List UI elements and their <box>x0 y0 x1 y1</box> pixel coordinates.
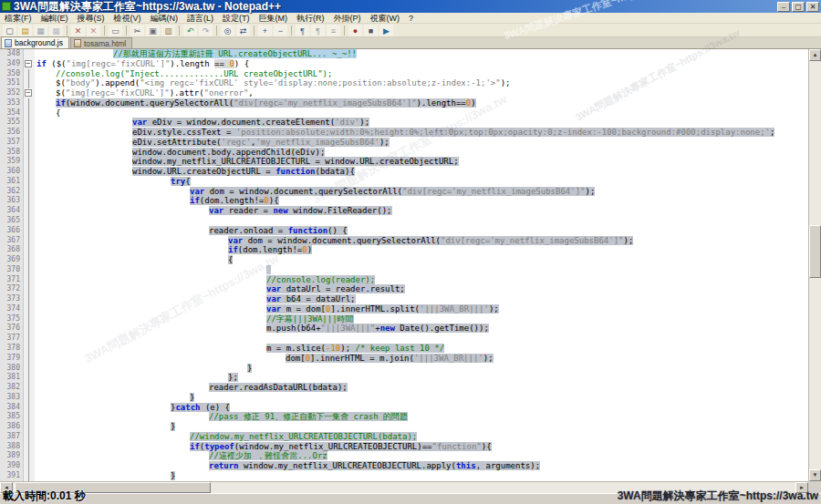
code-editor[interactable]: 348//那就用這個方法重新註冊 URL.createObjectURL... … <box>0 49 808 481</box>
zoom-in-button[interactable]: + <box>258 25 272 36</box>
fold-margin[interactable] <box>24 304 35 314</box>
fold-collapse-icon[interactable]: − <box>25 60 32 67</box>
fold-margin[interactable] <box>24 422 35 432</box>
menu-item[interactable]: 編碼(N) <box>146 13 183 24</box>
line-number[interactable]: 353 <box>0 98 24 108</box>
fold-margin[interactable] <box>24 432 35 442</box>
line-number[interactable]: 355 <box>0 118 24 128</box>
line-number[interactable]: 375 <box>0 314 24 324</box>
vertical-scroll-thumb[interactable] <box>809 225 821 278</box>
line-number[interactable]: 377 <box>0 334 24 344</box>
close-all-button[interactable]: ✕ <box>87 25 100 36</box>
fold-margin[interactable] <box>24 265 35 275</box>
save-button[interactable]: ▦ <box>34 25 47 36</box>
line-number[interactable]: 370 <box>0 265 24 275</box>
line-number[interactable]: 359 <box>0 157 24 167</box>
fold-margin[interactable] <box>24 69 35 79</box>
line-number[interactable]: 383 <box>0 393 24 403</box>
line-number[interactable]: 362 <box>0 187 24 197</box>
fold-margin[interactable] <box>24 196 35 206</box>
fold-margin[interactable] <box>24 128 35 138</box>
close-button[interactable]: ✕ <box>806 2 819 12</box>
line-number[interactable]: 389 <box>0 451 24 461</box>
cut-button[interactable]: ✂ <box>130 25 144 36</box>
fold-margin[interactable] <box>24 403 35 413</box>
undo-button[interactable]: ↶ <box>183 25 197 36</box>
fold-margin[interactable] <box>24 245 35 255</box>
fold-margin[interactable] <box>24 412 35 422</box>
line-number[interactable]: 385 <box>0 412 24 422</box>
fold-margin[interactable] <box>24 226 35 236</box>
fold-margin[interactable] <box>24 118 35 128</box>
line-number[interactable]: 373 <box>0 294 24 304</box>
fold-margin[interactable] <box>24 157 35 167</box>
minimize-button[interactable]: – <box>777 2 790 12</box>
line-number[interactable]: 349 <box>0 59 24 69</box>
menu-item[interactable]: 巨集(M) <box>255 13 293 24</box>
line-number[interactable]: 382 <box>0 383 24 393</box>
fold-margin[interactable] <box>24 334 35 344</box>
line-number[interactable]: 380 <box>0 364 24 374</box>
fold-margin[interactable] <box>24 167 35 177</box>
menu-item[interactable]: 執行(R) <box>292 13 329 24</box>
fold-margin[interactable] <box>24 284 35 294</box>
fold-margin[interactable] <box>24 294 35 304</box>
open-folder-button[interactable]: ▤ <box>18 25 32 36</box>
tab-background.js[interactable]: background.js <box>1 36 69 48</box>
line-number[interactable]: 386 <box>0 422 24 432</box>
vertical-scrollbar[interactable]: ▲ ▼ <box>808 49 821 481</box>
record-macro-button[interactable]: ● <box>348 25 362 36</box>
fold-margin[interactable] <box>24 364 35 374</box>
line-number[interactable]: 360 <box>0 167 24 177</box>
save-all-button[interactable]: ▦ <box>49 25 63 36</box>
fold-margin[interactable] <box>24 324 35 334</box>
horizontal-scrollbar[interactable]: ◄ ► <box>0 481 808 493</box>
line-number[interactable]: 374 <box>0 304 24 314</box>
line-number[interactable]: 388 <box>0 442 24 452</box>
fold-margin[interactable] <box>24 354 35 364</box>
fold-margin[interactable] <box>24 442 35 452</box>
menu-item[interactable]: 檢視(V) <box>109 13 146 24</box>
titlebar[interactable]: 3WA問題解決專家工作室~https://3wa.tw - Notepad++ … <box>0 0 821 13</box>
fold-margin[interactable] <box>24 187 35 197</box>
fold-margin[interactable] <box>24 236 35 246</box>
fold-margin[interactable] <box>24 148 35 158</box>
line-number[interactable]: 356 <box>0 128 24 138</box>
fold-margin[interactable] <box>24 216 35 226</box>
line-number[interactable]: 350 <box>0 69 24 79</box>
line-number[interactable]: 364 <box>0 206 24 216</box>
fold-margin[interactable] <box>24 78 35 88</box>
line-number[interactable]: 378 <box>0 344 24 354</box>
menu-item[interactable]: 外掛(P) <box>329 13 366 24</box>
scroll-down-button[interactable]: ▼ <box>809 469 821 481</box>
line-number[interactable]: 363 <box>0 196 24 206</box>
line-number[interactable]: 351 <box>0 78 24 88</box>
fold-margin[interactable] <box>24 373 35 383</box>
word-wrap-button[interactable]: ¶ <box>296 25 309 36</box>
fold-margin[interactable] <box>24 255 35 265</box>
line-number[interactable]: 348 <box>0 49 24 59</box>
close-button[interactable]: ✕ <box>71 25 85 36</box>
line-number[interactable]: 387 <box>0 432 24 442</box>
find-button[interactable]: ◎ <box>221 25 234 36</box>
menu-item[interactable]: ? <box>404 13 418 24</box>
horizontal-scroll-track[interactable] <box>13 482 795 493</box>
fold-margin[interactable] <box>24 177 35 187</box>
print-button[interactable]: ▭ <box>109 25 122 36</box>
tab-tosama.html[interactable]: tosama.html <box>70 37 132 48</box>
line-number[interactable]: 357 <box>0 138 24 148</box>
fold-margin[interactable] <box>24 108 35 118</box>
fold-margin[interactable] <box>24 138 35 148</box>
scroll-up-button[interactable]: ▲ <box>809 49 821 61</box>
line-number[interactable]: 368 <box>0 245 24 255</box>
line-number[interactable]: 379 <box>0 354 24 364</box>
line-number[interactable]: 361 <box>0 177 24 187</box>
fold-margin[interactable]: − <box>24 59 35 69</box>
vertical-scroll-track[interactable] <box>809 61 821 469</box>
line-number[interactable]: 369 <box>0 255 24 265</box>
redo-button[interactable]: ↷ <box>199 25 213 36</box>
maximize-button[interactable]: ▢ <box>792 2 805 12</box>
line-number[interactable]: 358 <box>0 148 24 158</box>
line-number[interactable]: 365 <box>0 216 24 226</box>
fold-margin[interactable] <box>24 206 35 216</box>
